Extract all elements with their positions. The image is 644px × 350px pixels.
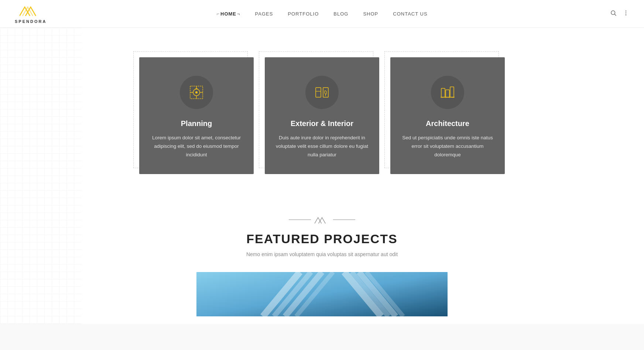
exterior-interior-card[interactable]: Exterior & Interior Duis aute irure dolo…	[265, 57, 379, 174]
architecture-title: Architecture	[401, 119, 494, 128]
architecture-card[interactable]: Architecture Sed ut perspiciatis unde om…	[390, 57, 505, 174]
svg-point-4	[626, 14, 627, 15]
logo-icon	[20, 4, 42, 18]
more-menu-button[interactable]	[623, 10, 629, 18]
nav-link-pages[interactable]: PAGES	[255, 11, 273, 17]
featured-image-preview[interactable]	[196, 272, 448, 316]
exterior-interior-icon	[313, 83, 331, 102]
nav-actions	[610, 10, 629, 18]
planning-icon	[187, 83, 206, 102]
exterior-interior-icon-circle	[305, 76, 339, 109]
exterior-interior-title: Exterior & Interior	[276, 119, 368, 128]
featured-title: FEATURED PROJECTS	[0, 232, 644, 246]
nav-item-shop[interactable]: SHOP	[363, 10, 378, 17]
architecture-icon-circle	[431, 76, 464, 109]
architecture-icon	[438, 83, 457, 102]
featured-subtitle: Nemo enim ipsam voluptatem quia voluptas…	[0, 251, 644, 257]
nav-link-contact[interactable]: CONTACT US	[393, 11, 427, 17]
search-icon	[610, 10, 617, 16]
svg-point-7	[195, 91, 198, 94]
svg-point-0	[611, 11, 615, 15]
svg-line-1	[614, 14, 616, 16]
nav-item-portfolio[interactable]: PORTFOLIO	[288, 10, 319, 17]
logo[interactable]: SPENDORA	[15, 4, 47, 24]
nav-link-shop[interactable]: SHOP	[363, 11, 378, 17]
architecture-card-wrapper: Architecture Sed ut perspiciatis unde om…	[390, 57, 505, 174]
nav-link-home[interactable]: HOME	[216, 11, 240, 17]
main-content: Planning Lorem ipsum dolor sit amet, con…	[0, 28, 644, 324]
building-preview-image	[196, 272, 448, 316]
nav-item-blog[interactable]: BLOG	[333, 10, 348, 17]
dots-vertical-icon	[623, 10, 629, 16]
nav-link-portfolio[interactable]: PORTFOLIO	[288, 11, 319, 17]
architecture-description: Sed ut perspiciatis unde omnis iste natu…	[401, 134, 494, 159]
svg-rect-12	[316, 88, 321, 97]
svg-rect-24	[196, 272, 448, 316]
planning-card-wrapper: Planning Lorem ipsum dolor sit amet, con…	[139, 57, 254, 174]
divider-line-right	[333, 220, 355, 220]
featured-projects-section: FEATURED PROJECTS Nemo enim ipsam volupt…	[0, 196, 644, 324]
nav-item-contact[interactable]: CONTACT US	[393, 10, 427, 17]
planning-title: Planning	[150, 119, 243, 128]
nav-link-blog[interactable]: BLOG	[333, 11, 348, 17]
exterior-interior-card-wrapper: Exterior & Interior Duis aute irure dolo…	[265, 57, 379, 174]
logo-text: SPENDORA	[15, 19, 47, 24]
svg-rect-16	[441, 88, 445, 97]
planning-card[interactable]: Planning Lorem ipsum dolor sit amet, con…	[139, 57, 254, 174]
nav-item-pages[interactable]: PAGES	[255, 10, 273, 17]
planning-description: Lorem ipsum dolor sit amet, consectetur …	[150, 134, 243, 159]
svg-point-2	[626, 10, 627, 11]
navbar: SPENDORA HOME PAGES PORTFOLIO BLOG SHOP …	[0, 0, 644, 28]
services-cards-section: Planning Lorem ipsum dolor sit amet, con…	[0, 28, 644, 196]
exterior-interior-description: Duis aute irure dolor in reprehenderit i…	[276, 134, 368, 159]
divider-line-left	[289, 220, 311, 220]
roof-icon	[315, 215, 329, 225]
section-divider	[0, 215, 644, 225]
svg-rect-18	[450, 87, 454, 97]
planning-icon-circle	[180, 76, 213, 109]
svg-rect-17	[446, 90, 449, 97]
nav-menu: HOME PAGES PORTFOLIO BLOG SHOP CONTACT U…	[216, 10, 427, 17]
nav-item-home[interactable]: HOME	[216, 10, 240, 17]
svg-point-3	[626, 12, 627, 13]
search-button[interactable]	[610, 10, 617, 18]
